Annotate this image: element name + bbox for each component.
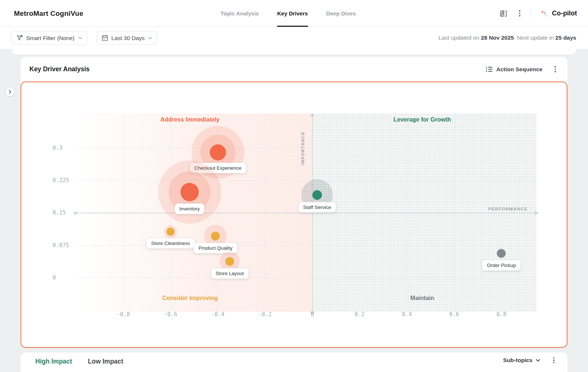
previous-card-edge (12, 49, 576, 54)
y-tick-label: 0.3 (53, 145, 62, 151)
bubble-dot-staff-service[interactable] (312, 190, 322, 200)
chevron-down-icon (148, 37, 152, 39)
bubble-dot-inventory[interactable] (180, 183, 199, 201)
brand-title: MetroMart CogniVue (14, 0, 83, 27)
x-tick-label: 0.8 (485, 311, 518, 318)
smart-filter-label: Smart Filter (None) (26, 35, 75, 41)
x-tick-label: -0.4 (201, 311, 234, 318)
bubble-dot-checkout-experience[interactable] (210, 144, 226, 160)
card-kebab-menu[interactable] (552, 66, 559, 72)
bubble-label[interactable]: Order Pickup (482, 260, 521, 271)
header-divider (531, 9, 531, 18)
date-range-button[interactable]: Last 30 Days (96, 31, 157, 45)
quadrant-label-leverage-for-growth: Leverage for Growth (363, 116, 481, 123)
y-tick-label: 0.225 (53, 177, 69, 184)
chart-selection-frame[interactable]: IMPORTANCE PERFORMANCE Address Immediate… (21, 82, 567, 348)
y-axis-label: IMPORTANCE (301, 119, 305, 178)
main-nav: Topic Analysis Key Drivers Deep Dives (220, 0, 356, 27)
split-panel-icon[interactable] (499, 9, 508, 18)
quadrant-label-address-immediately: Address Immediately (131, 116, 249, 123)
impact-card-kebab-menu[interactable] (551, 357, 557, 364)
x-axis-arrow-icon (535, 211, 538, 215)
y-tick-label: 0.075 (53, 242, 69, 249)
x-tick-label: -0.6 (154, 311, 187, 318)
action-sequence-button[interactable]: Action Sequence (486, 66, 542, 73)
calendar-icon (101, 35, 108, 41)
copilot-button[interactable]: Co-pilot (539, 9, 577, 18)
bubble-label[interactable]: Store Layout (211, 268, 249, 279)
header-kebab-menu[interactable] (516, 10, 523, 17)
impact-card: High Impact Low Impact Sub-topics (21, 353, 567, 372)
quadrant-label-consider-improving: Consider Improving (131, 295, 249, 301)
chevron-down-icon (78, 37, 82, 39)
expand-panel-button[interactable] (5, 87, 15, 97)
tab-deep-dives[interactable]: Deep Dives (326, 0, 356, 27)
tab-high-impact[interactable]: High Impact (35, 358, 72, 365)
subtopics-dropdown[interactable]: Sub-topics (503, 357, 540, 364)
updated-date: 28 Nov 2025 (481, 35, 514, 41)
date-range-label: Last 30 Days (111, 35, 144, 41)
tab-topic-analysis[interactable]: Topic Analysis (220, 0, 259, 27)
scatter-plot: IMPORTANCE PERFORMANCE Address Immediate… (21, 82, 567, 347)
y-tick-label: 0.15 (53, 209, 66, 216)
gridline-horizontal (76, 245, 536, 246)
gridline-horizontal (76, 148, 536, 148)
smart-filter-button[interactable]: Smart Filter (None) (11, 31, 87, 45)
x-tick-label: 0.2 (343, 311, 376, 318)
x-tick-label: 0.6 (438, 311, 471, 318)
quadrant-label-maintain: Maintain (363, 295, 481, 301)
x-axis-cap (74, 212, 77, 215)
x-tick-label: 0.4 (390, 311, 423, 318)
x-tick-label: 0 (296, 311, 329, 318)
tab-key-drivers[interactable]: Key Drivers (277, 0, 308, 27)
x-tick-label: -0.8 (107, 311, 140, 318)
sparkle-icon (539, 9, 549, 18)
filter-bar: Smart Filter (None) Last 30 Days Last up… (0, 27, 588, 49)
x-tick-label: -0.2 (248, 311, 282, 318)
list-icon (486, 66, 493, 72)
gridline-horizontal (76, 278, 536, 278)
last-updated-text: Last updated on 28 Nov 2025. Next update… (438, 27, 576, 49)
next-update-days: 25 days (555, 35, 576, 41)
bubble-label[interactable]: Inventory (175, 203, 205, 214)
x-axis-line (75, 213, 535, 213)
y-axis-line (312, 116, 313, 312)
smart-filter-icon (16, 35, 23, 41)
bubble-label[interactable]: Staff Service (298, 202, 336, 213)
card-title: Key Driver Analysis (29, 65, 90, 73)
gridline-horizontal (76, 180, 536, 181)
chevron-down-icon (536, 359, 540, 362)
copilot-label: Co-pilot (552, 10, 577, 17)
key-driver-card: Key Driver Analysis Action Sequence (21, 57, 567, 348)
bubble-label[interactable]: Store Cleanliness (146, 238, 195, 249)
y-axis-arrow-icon (311, 113, 314, 116)
app-header: MetroMart CogniVue Topic Analysis Key Dr… (0, 0, 588, 27)
tab-low-impact[interactable]: Low Impact (88, 358, 123, 365)
x-axis-label: PERFORMANCE (455, 207, 528, 211)
y-tick-label: 0 (53, 274, 56, 281)
